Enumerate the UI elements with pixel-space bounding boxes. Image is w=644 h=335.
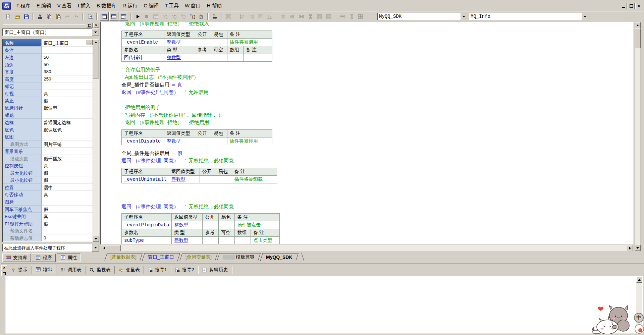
- ime-language-button[interactable]: 中: [634, 313, 644, 323]
- source-file-combobox-value[interactable]: MyQQ_SDK: [377, 13, 460, 20]
- property-value[interactable]: 居中: [42, 184, 93, 191]
- source-file-combobox[interactable]: MyQQ_SDK: [377, 13, 467, 20]
- menu-item-H[interactable]: H.帮助: [204, 1, 225, 10]
- property-grid-scrollbar[interactable]: [93, 39, 99, 242]
- property-value[interactable]: 真: [42, 162, 93, 169]
- sheet-tab-2[interactable]: [全局变量表]: [179, 253, 218, 261]
- chevron-down-icon[interactable]: [581, 13, 588, 20]
- property-row[interactable]: 背景音乐: [3, 148, 93, 155]
- property-row[interactable]: F1键打开帮助假: [3, 220, 93, 227]
- bottom-tab-call-table[interactable]: 调用表: [56, 266, 86, 274]
- bottom-tab-search-1[interactable]: 搜寻1: [144, 266, 171, 274]
- property-value[interactable]: 假: [42, 176, 93, 184]
- property-value[interactable]: 真: [42, 213, 93, 220]
- property-row[interactable]: 名称窗口_主窗口...: [3, 39, 93, 47]
- component-selector-value[interactable]: 窗口_主窗口（窗口）: [2, 29, 92, 36]
- property-row[interactable]: 播放次数循环播放: [3, 155, 93, 162]
- property-value[interactable]: [42, 133, 93, 141]
- property-value[interactable]: 380: [42, 68, 93, 75]
- event-handler-selector[interactable]: 在此处选择加入事件处理子程序: [2, 244, 99, 252]
- sub-name[interactable]: _eventPluginData: [122, 221, 172, 229]
- property-row[interactable]: 最小化按钮假: [3, 176, 93, 184]
- property-row[interactable]: 底图方式图片平铺: [3, 141, 93, 148]
- scrollbar-thumb[interactable]: [635, 28, 641, 48]
- ime-toolbar-button[interactable]: [635, 324, 644, 334]
- copy-button[interactable]: [45, 12, 53, 20]
- property-value[interactable]: 图片平铺: [42, 141, 93, 148]
- sub-name[interactable]: _eventDisable: [122, 137, 164, 145]
- component-selector[interactable]: 窗口_主窗口（窗口）: [2, 29, 99, 36]
- param-name[interactable]: subType: [122, 237, 172, 244]
- menu-item-C[interactable]: C.编译: [141, 1, 162, 10]
- param-name[interactable]: 回传指针: [122, 54, 164, 61]
- output-console[interactable]: [5, 276, 643, 334]
- close-panel-button[interactable]: ×: [93, 23, 99, 28]
- module-combobox[interactable]: MQ_Info: [469, 13, 588, 20]
- property-value[interactable]: [42, 227, 93, 234]
- property-row[interactable]: 左边50: [3, 54, 93, 61]
- sub-name[interactable]: _eventEnable: [122, 38, 164, 46]
- scroll-up-icon[interactable]: [93, 39, 99, 45]
- sheet-tab-4[interactable]: MyQQ_SDK: [260, 253, 298, 261]
- bottom-tab-hint[interactable]: ?提示: [7, 266, 32, 274]
- bottom-tab-watch-table[interactable]: 监视表: [86, 266, 115, 274]
- sheet-tab-3[interactable]: 模板兼容: [217, 253, 261, 261]
- pause-button[interactable]: [197, 12, 205, 20]
- scrollbar-thumb[interactable]: [93, 45, 99, 78]
- property-row[interactable]: 帮助文件名: [3, 227, 93, 234]
- menu-item-B[interactable]: B.数据库: [94, 1, 119, 10]
- breakpoint-button[interactable]: *{}: [188, 12, 196, 20]
- panel-tab-2[interactable]: 属性: [57, 254, 80, 262]
- property-row[interactable]: 鼠标指针默认型: [3, 104, 93, 112]
- type-link[interactable]: 整数型: [174, 222, 188, 227]
- menu-item-R[interactable]: R.运行: [119, 1, 141, 10]
- editor-horizontal-scrollbar[interactable]: [101, 245, 633, 251]
- sub-name[interactable]: _eventUninstall: [122, 175, 169, 183]
- menu-item-V[interactable]: V.查看: [54, 1, 75, 10]
- property-value[interactable]: 0: [42, 234, 93, 242]
- close-panel-button[interactable]: ×: [1, 265, 7, 270]
- code-view[interactable]: ’ 返回 （#事件处理_拒绝） ’ 拒绝载入子程序名返回值类型公开易包备 注_e…: [100, 22, 634, 244]
- panel-tab-1[interactable]: 程序: [32, 254, 56, 262]
- property-value[interactable]: 默认底色: [42, 126, 93, 133]
- chevron-down-icon[interactable]: [460, 13, 467, 20]
- menu-item-T[interactable]: T.工具: [162, 1, 182, 10]
- run-button[interactable]: [133, 12, 142, 20]
- property-value[interactable]: [42, 111, 93, 119]
- type-link[interactable]: 整数型: [174, 237, 188, 243]
- layout-right-button[interactable]: [119, 12, 128, 21]
- property-value[interactable]: 普通固定边框: [42, 119, 93, 126]
- scroll-down-icon[interactable]: [93, 236, 99, 242]
- float-panel-button[interactable]: [87, 23, 93, 28]
- ellipsis-button[interactable]: ...: [86, 40, 93, 45]
- save-file-button[interactable]: [22, 12, 31, 20]
- editor-vertical-scrollbar[interactable]: [634, 22, 641, 251]
- property-value[interactable]: 假: [42, 220, 93, 227]
- scrollbar-thumb[interactable]: [107, 245, 121, 251]
- property-value[interactable]: 默认型: [42, 104, 93, 112]
- scroll-left-icon[interactable]: [101, 245, 107, 251]
- property-row[interactable]: 回车下移焦点假: [3, 206, 93, 213]
- bottom-tab-output[interactable]: 输出: [32, 265, 56, 274]
- bottom-tab-search-2[interactable]: 搜寻2: [171, 266, 198, 274]
- menu-item-F[interactable]: F.程序: [13, 1, 34, 10]
- open-file-button[interactable]: [13, 12, 21, 20]
- scroll-up-icon[interactable]: [636, 277, 642, 283]
- property-row[interactable]: 最大化按钮假: [3, 169, 93, 177]
- paste-button[interactable]: [54, 12, 62, 20]
- property-row[interactable]: 备注: [3, 47, 93, 54]
- view-code-button[interactable]: [86, 12, 94, 20]
- drag-grip[interactable]: [3, 24, 86, 26]
- property-row[interactable]: 控制按钮真: [3, 162, 93, 169]
- type-link[interactable]: 整数型: [167, 55, 181, 60]
- bottom-tab-variable-table[interactable]: 变量表: [115, 266, 144, 274]
- new-file-button[interactable]: [4, 12, 12, 20]
- type-link[interactable]: 整数型: [167, 138, 181, 144]
- property-row[interactable]: 顶边50: [3, 61, 93, 68]
- menu-item-W[interactable]: W.窗口: [182, 1, 204, 10]
- chevron-down-icon[interactable]: [92, 29, 99, 36]
- property-value[interactable]: 真: [42, 191, 93, 198]
- menu-item-I[interactable]: I.插入: [75, 1, 94, 10]
- property-row[interactable]: 禁止假: [3, 97, 93, 104]
- property-row[interactable]: 可否移动真: [3, 191, 93, 198]
